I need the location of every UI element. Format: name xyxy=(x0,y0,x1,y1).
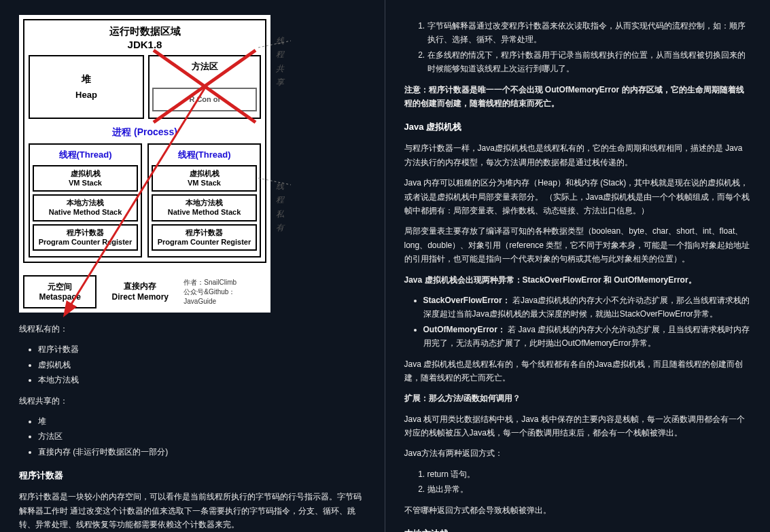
list-item: return 语句。 xyxy=(427,467,752,481)
list-item: 堆 xyxy=(38,414,366,428)
paragraph: Java 内存可以粗糙的区分为堆内存（Heap）和栈内存 (Stack)，其中栈… xyxy=(404,176,752,217)
list-item: 抛出异常。 xyxy=(427,482,752,496)
return-methods-label: Java方法有两种返回方式： xyxy=(404,446,752,460)
list-item: 方法区 xyxy=(38,429,366,443)
heading-vm-stack: Java 虚拟机栈 xyxy=(404,120,752,135)
list-item: 程序计数器 xyxy=(38,342,366,356)
pc-register-box: 程序计数器Program Counter Register xyxy=(152,224,257,251)
paragraph: 与程序计数器一样，Java虚拟机栈也是线程私有的，它的生命周期和线程相同，描述的… xyxy=(404,141,752,169)
paragraph: 不管哪种返回方式都会导致栈帧被弹出。 xyxy=(404,503,752,517)
vm-stack-errors-list: StackOverFlowError： 若Java虚拟机栈的内存大小不允许动态扩… xyxy=(404,294,752,351)
method-area-box: 方法区 R Con ol xyxy=(148,55,261,119)
pc-note: 注意：程序计数器是唯一一个不会出现 OutOfMemoryError 的内存区域… xyxy=(404,83,752,111)
left-column: 运行时数据区域 JDK1.8 堆 Heap 方法区 R Con ol 进程 (P… xyxy=(0,0,385,532)
thread-label: 线程(Thread) xyxy=(33,147,138,162)
thread-shared-label: 线程共享的： xyxy=(19,394,366,408)
vm-stack-box: 虚拟机栈VM Stack xyxy=(33,165,138,192)
heap-box: 堆 Heap xyxy=(29,55,144,119)
diagram-credit: 作者：SnailClimb公众号&Github：JavaGuide xyxy=(183,278,266,306)
runtime-data-area-diagram: 运行时数据区域 JDK1.8 堆 Heap 方法区 R Con ol 进程 (P… xyxy=(19,15,270,313)
annotation-shared: 线程共享 xyxy=(276,34,284,90)
native-stack-box: 本地方法栈Native Method Stack xyxy=(152,194,257,221)
annotation-private: 线程私有 xyxy=(276,179,284,235)
runtime-constant-pool-box: R Con ol xyxy=(152,88,257,111)
list-item: 字节码解释器通过改变程序计数器来依次读取指令，从而实现代码的流程控制，如：顺序执… xyxy=(427,19,752,47)
metaspace-box: 元空间Metaspace xyxy=(23,275,97,308)
list-item: 在多线程的情况下，程序计数器用于记录当前线程执行的位置，从而当线程被切换回来的时… xyxy=(427,48,752,76)
paragraph: Java 栈可用类比数据结构中栈，Java 栈中保存的主要内容是栈帧，每一次函数… xyxy=(404,412,752,440)
paragraph: Java 虚拟机栈也是线程私有的，每个线程都有各自的Java虚拟机栈，而且随着线… xyxy=(404,357,752,385)
native-stack-box: 本地方法栈Native Method Stack xyxy=(33,194,138,221)
paragraph: 程序计数器是一块较小的内存空间，可以看作是当前线程所执行的字节码的行号指示器。字… xyxy=(19,490,366,531)
paragraph: 局部变量表主要存放了编译器可知的各种数据类型（boolean、byte、char… xyxy=(404,224,752,266)
thread-box: 线程(Thread) 虚拟机栈VM Stack 本地方法栈Native Meth… xyxy=(29,143,142,258)
list-item: OutOfMemoryError： 若 Java 虚拟机栈的内存大小允许动态扩展… xyxy=(423,323,752,351)
diagram-title: 运行时数据区域 JDK1.8 xyxy=(29,24,261,51)
thread-private-label: 线程私有的： xyxy=(19,322,366,336)
method-area-label: 方法区 xyxy=(152,59,257,74)
list-item: 虚拟机栈 xyxy=(38,358,366,372)
list-item: 直接内存 (非运行时数据区的一部分) xyxy=(38,445,366,459)
thread-label: 线程(Thread) xyxy=(152,147,257,162)
right-column: 字节码解释器通过改变程序计数器来依次读取指令，从而实现代码的流程控制，如：顺序执… xyxy=(385,0,771,532)
thread-shared-list: 堆 方法区 直接内存 (非运行时数据区的一部分) xyxy=(19,414,366,459)
process-label: 进程 (Process) xyxy=(29,124,261,141)
pc-register-box: 程序计数器Program Counter Register xyxy=(33,224,138,251)
pc-roles-list: 字节码解释器通过改变程序计数器来依次读取指令，从而实现代码的流程控制，如：顺序执… xyxy=(404,19,752,76)
return-methods-list: return 语句。 抛出异常。 xyxy=(404,467,752,497)
direct-memory-label: 直接内存Direct Memory xyxy=(103,281,177,302)
vm-stack-box: 虚拟机栈VM Stack xyxy=(152,165,257,192)
heading-program-counter: 程序计数器 xyxy=(19,468,366,483)
list-item: 本地方法栈 xyxy=(38,373,366,387)
thread-private-list: 程序计数器 虚拟机栈 本地方法栈 xyxy=(19,342,366,387)
vm-stack-errors-intro: Java 虚拟机栈会出现两种异常：StackOverFlowError 和 Ou… xyxy=(404,273,752,287)
list-item: StackOverFlowError： 若Java虚拟机栈的内存大小不允许动态扩… xyxy=(423,294,752,321)
extension-label: 扩展：那么方法/函数如何调用？ xyxy=(404,391,752,405)
heading-native-stack: 本地方法栈 xyxy=(404,527,752,532)
thread-box: 线程(Thread) 虚拟机栈VM Stack 本地方法栈Native Meth… xyxy=(147,143,261,258)
